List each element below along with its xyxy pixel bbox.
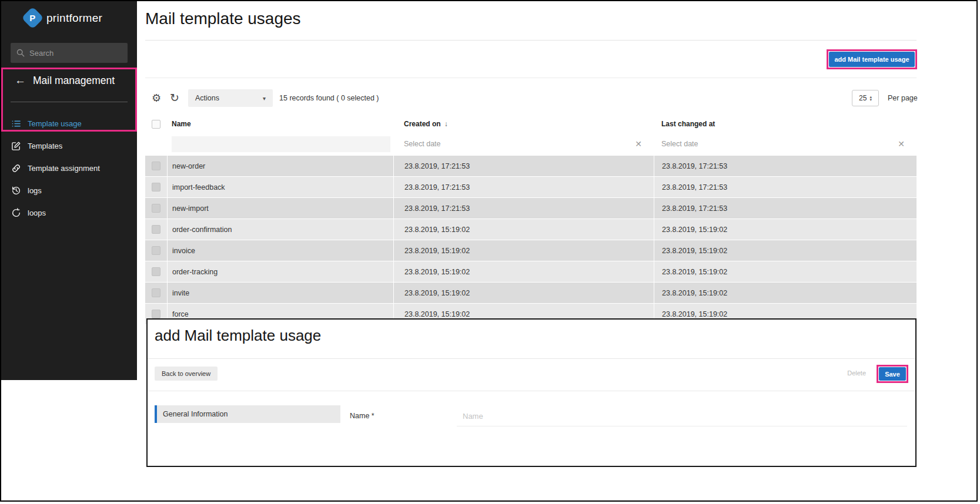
- cell-created-on: 23.8.2019, 15:19:02: [393, 283, 654, 303]
- table-row[interactable]: invite23.8.2019, 15:19:0223.8.2019, 15:1…: [145, 283, 917, 304]
- actions-dropdown[interactable]: Actions ▾: [188, 89, 273, 107]
- row-checkbox[interactable]: [152, 246, 160, 255]
- name-field-label: Name *: [350, 412, 374, 420]
- clear-date-icon[interactable]: ✕: [898, 139, 905, 149]
- table-row[interactable]: new-import23.8.2019, 17:21:5323.8.2019, …: [145, 198, 917, 219]
- records-count-text: 15 records found ( 0 selected ): [279, 94, 379, 102]
- cell-created-on: 23.8.2019, 17:21:53: [393, 198, 654, 219]
- tab-label: General Information: [163, 410, 228, 418]
- mail-template-usages-table: Name Created on ↓ Last changed at Select…: [145, 116, 917, 325]
- sidebar-item-label: Template usage: [28, 119, 82, 128]
- mail-management-label: Mail management: [33, 75, 115, 87]
- search-input[interactable]: [29, 49, 122, 58]
- column-header-name[interactable]: Name: [167, 116, 393, 132]
- cell-name: new-import: [167, 198, 393, 219]
- row-checkbox[interactable]: [152, 162, 160, 170]
- cell-last-changed: 23.8.2019, 17:21:53: [654, 177, 917, 197]
- save-button[interactable]: Save: [879, 367, 906, 381]
- tab-general-information[interactable]: General Information: [155, 405, 340, 423]
- list-icon: [11, 119, 21, 129]
- app-window: P printformer ← Mail management Template…: [0, 0, 978, 502]
- sidebar-item-logs[interactable]: logs: [1, 179, 137, 201]
- created-on-date-filter[interactable]: Select date ✕: [393, 139, 654, 149]
- cell-created-on: 23.8.2019, 17:21:53: [393, 177, 654, 197]
- sidebar-search[interactable]: [11, 43, 128, 63]
- cell-last-changed: 23.8.2019, 17:21:53: [654, 198, 917, 219]
- date-filter-placeholder: Select date: [661, 140, 698, 148]
- cell-name: invite: [167, 283, 393, 303]
- cell-last-changed: 23.8.2019, 15:19:02: [654, 219, 917, 240]
- actions-dropdown-label: Actions: [195, 94, 219, 102]
- row-checkbox[interactable]: [152, 288, 160, 297]
- table-row[interactable]: invoice23.8.2019, 15:19:0223.8.2019, 15:…: [145, 240, 917, 261]
- cell-last-changed: 23.8.2019, 15:19:02: [654, 240, 917, 261]
- date-filter-placeholder: Select date: [404, 140, 441, 148]
- name-input[interactable]: [457, 406, 907, 426]
- logo-letter: P: [29, 13, 35, 23]
- row-checkbox[interactable]: [152, 225, 160, 234]
- table-header-row: Name Created on ↓ Last changed at: [145, 116, 917, 132]
- cell-name: order-confirmation: [167, 219, 393, 240]
- row-checkbox[interactable]: [152, 204, 160, 213]
- row-checkbox[interactable]: [152, 267, 160, 276]
- cell-created-on: 23.8.2019, 17:21:53: [393, 156, 654, 176]
- cell-created-on: 23.8.2019, 15:19:02: [393, 240, 654, 261]
- cell-created-on: 23.8.2019, 15:19:02: [393, 219, 654, 240]
- stepper-icon: ▴▾: [869, 95, 872, 101]
- delete-button[interactable]: Delete: [847, 369, 866, 377]
- per-page-select[interactable]: 25 ▴▾: [852, 90, 879, 106]
- sidebar-item-template-assignment[interactable]: Template assignment: [1, 157, 137, 179]
- row-checkbox[interactable]: [152, 183, 160, 191]
- cell-created-on: 23.8.2019, 15:19:02: [393, 261, 654, 282]
- printformer-logo-icon: P: [21, 6, 44, 29]
- divider: [148, 358, 915, 359]
- search-icon: [16, 49, 25, 57]
- divider: [145, 78, 917, 78]
- brand-name: printformer: [46, 12, 102, 25]
- refresh-icon[interactable]: ↻: [170, 92, 179, 103]
- table-filter-row: Select date ✕ Select date ✕: [145, 132, 917, 156]
- column-header-last-changed[interactable]: Last changed at: [654, 116, 917, 132]
- back-arrow-icon: ←: [15, 74, 26, 87]
- sort-desc-icon: ↓: [444, 120, 448, 128]
- divider: [148, 391, 915, 391]
- brand[interactable]: P printformer: [25, 10, 102, 26]
- sidebar-item-label: loops: [28, 209, 46, 217]
- cell-last-changed: 23.8.2019, 15:19:02: [654, 283, 917, 303]
- add-mail-template-usage-modal: add Mail template usage Back to overview…: [146, 318, 917, 467]
- per-page-label: Per page: [888, 94, 918, 102]
- name-filter-input[interactable]: [172, 136, 390, 152]
- sidebar-back-mail-management[interactable]: ← Mail management: [15, 74, 115, 87]
- sidebar-divider: [11, 102, 128, 102]
- clear-date-icon[interactable]: ✕: [635, 139, 642, 149]
- sidebar-item-template-usage[interactable]: Template usage: [1, 112, 137, 135]
- table-body: new-order23.8.2019, 17:21:5323.8.2019, 1…: [145, 156, 917, 325]
- cell-last-changed: 23.8.2019, 15:19:02: [654, 261, 917, 282]
- table-row[interactable]: order-tracking23.8.2019, 15:19:0223.8.20…: [145, 261, 917, 283]
- sidebar-item-label: logs: [28, 186, 42, 195]
- cell-name: new-order: [167, 156, 393, 176]
- sidebar: P printformer ← Mail management Template…: [1, 1, 137, 380]
- modal-title: add Mail template usage: [155, 327, 321, 345]
- sidebar-item-templates[interactable]: Templates: [1, 135, 137, 157]
- cell-name: import-feedback: [167, 177, 393, 197]
- select-all-checkbox[interactable]: [152, 120, 160, 129]
- column-header-created-on[interactable]: Created on ↓: [393, 116, 654, 132]
- sidebar-item-label: Templates: [28, 142, 62, 150]
- per-page-value: 25: [859, 94, 867, 102]
- cell-name: order-tracking: [167, 261, 393, 282]
- sidebar-item-loops[interactable]: loops: [1, 201, 137, 224]
- back-to-overview-button[interactable]: Back to overview: [155, 367, 218, 381]
- cell-last-changed: 23.8.2019, 17:21:53: [654, 156, 917, 176]
- sidebar-nav: Template usage Templates Template assign…: [1, 112, 137, 224]
- table-row[interactable]: order-confirmation23.8.2019, 15:19:0223.…: [145, 219, 917, 240]
- last-changed-date-filter[interactable]: Select date ✕: [654, 139, 917, 149]
- divider: [145, 40, 917, 41]
- add-mail-template-usage-button[interactable]: add Mail template usage: [829, 52, 915, 67]
- page-title: Mail template usages: [145, 9, 301, 28]
- row-checkbox[interactable]: [152, 310, 160, 318]
- settings-gear-icon[interactable]: ⚙: [152, 93, 161, 103]
- table-row[interactable]: new-order23.8.2019, 17:21:5323.8.2019, 1…: [145, 156, 917, 177]
- table-row[interactable]: import-feedback23.8.2019, 17:21:5323.8.2…: [145, 177, 917, 198]
- sidebar-item-label: Template assignment: [28, 164, 100, 173]
